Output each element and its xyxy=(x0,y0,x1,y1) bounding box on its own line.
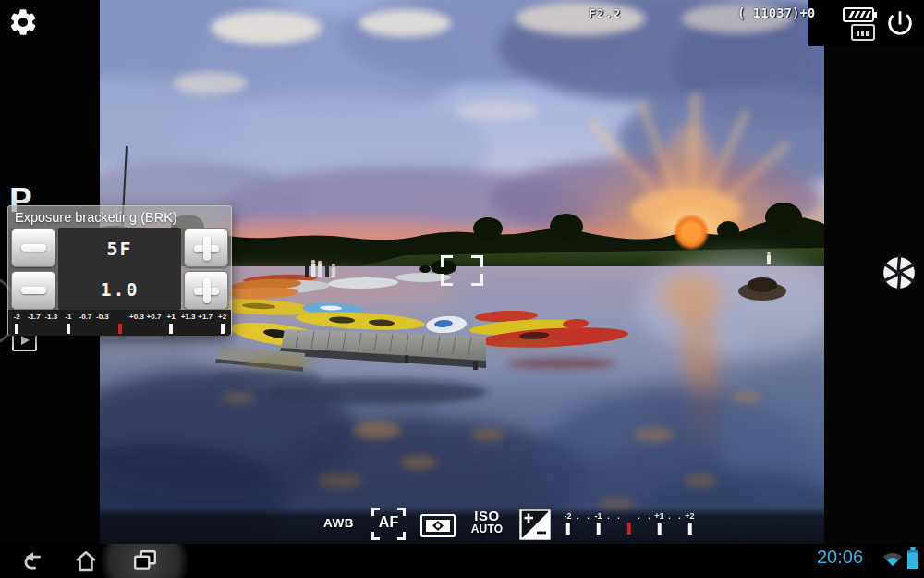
autofocus-button[interactable]: AF xyxy=(371,508,406,540)
focus-corner-icon xyxy=(441,274,453,286)
focus-corner-icon xyxy=(471,255,483,267)
home-icon xyxy=(73,548,99,572)
brk-scale-labels: -2-1.7 -1.3-1 -0.7-0.3 +0.3+0.7 +1+1.3 +… xyxy=(8,310,231,322)
gear-icon xyxy=(7,6,39,38)
shots-remaining-readout: ( 11037)+0 xyxy=(737,6,815,20)
brk-step-plus-button[interactable] xyxy=(184,271,228,310)
iso-auto-label: AUTO xyxy=(467,523,507,535)
focus-corner-icon xyxy=(371,532,380,540)
nav-home-button[interactable] xyxy=(72,547,100,573)
exposure-compensation-button[interactable] xyxy=(519,509,551,540)
focus-frame xyxy=(441,255,483,286)
white-balance-button[interactable]: AWB xyxy=(323,516,354,530)
battery-level-icon xyxy=(843,6,878,23)
toolbar-strip xyxy=(100,507,824,544)
play-icon xyxy=(21,336,30,345)
exposure-compensation-icon xyxy=(519,509,551,540)
popup-title: Exposure bracketing (BRK) xyxy=(8,206,231,228)
plus-icon xyxy=(194,236,219,261)
focus-corner-icon xyxy=(441,255,453,267)
settings-button[interactable] xyxy=(6,5,41,40)
camera-remote-app: F2.2 ( 11037)+0 P Exposure bracketing (B… xyxy=(0,0,924,578)
aperture-readout: F2.2 xyxy=(589,6,621,20)
focus-corner-icon xyxy=(397,532,406,540)
plus-icon xyxy=(194,278,219,303)
bracketing-scale-labels: -2. .-1 .. .. +1. .+2 xyxy=(563,510,695,522)
device-battery-icon xyxy=(906,547,919,570)
iso-label: ISO xyxy=(467,509,507,523)
brk-step-value: 1.0 xyxy=(58,269,181,310)
brk-scale-ticks xyxy=(17,324,223,335)
af-label: AF xyxy=(371,514,406,531)
back-icon xyxy=(19,550,45,572)
brk-frames-minus-button[interactable] xyxy=(11,228,55,267)
bracketing-status-indicator: -2. .-1 .. .. +1. .+2 xyxy=(563,510,695,539)
recent-apps-icon xyxy=(132,548,158,572)
minus-icon xyxy=(21,244,46,252)
power-button[interactable] xyxy=(881,4,919,43)
wifi-status-icon xyxy=(882,551,903,568)
brk-value-display: 5F 1.0 xyxy=(58,228,181,310)
shutter-release-button[interactable] xyxy=(878,252,920,294)
exposure-bracketing-popup: Exposure bracketing (BRK) 5F 1.0 -2-1.7 … xyxy=(7,205,232,336)
iso-button[interactable]: ISO AUTO xyxy=(467,509,507,535)
metering-mode-button[interactable] xyxy=(420,514,456,537)
brk-ev-scale: -2-1.7 -1.3-1 -0.7-0.3 +0.3+0.7 +1+1.3 +… xyxy=(8,310,231,336)
focus-corner-icon xyxy=(471,274,483,286)
nav-recents-button[interactable] xyxy=(131,548,159,572)
aperture-shutter-icon xyxy=(880,253,918,292)
brk-frames-value: 5F xyxy=(58,228,181,269)
bracketing-scale-ticks xyxy=(568,523,690,534)
metering-icon xyxy=(420,514,456,537)
status-clock: 20:06 xyxy=(817,547,863,568)
camera-battery-indicator xyxy=(843,6,878,23)
brk-step-minus-button[interactable] xyxy=(11,271,55,310)
minus-icon xyxy=(21,287,46,294)
nav-back-button[interactable] xyxy=(17,548,48,573)
memory-card-icon xyxy=(851,24,875,41)
memory-card-indicator xyxy=(850,24,876,41)
brk-frames-plus-button[interactable] xyxy=(184,228,228,267)
power-icon xyxy=(884,7,916,39)
